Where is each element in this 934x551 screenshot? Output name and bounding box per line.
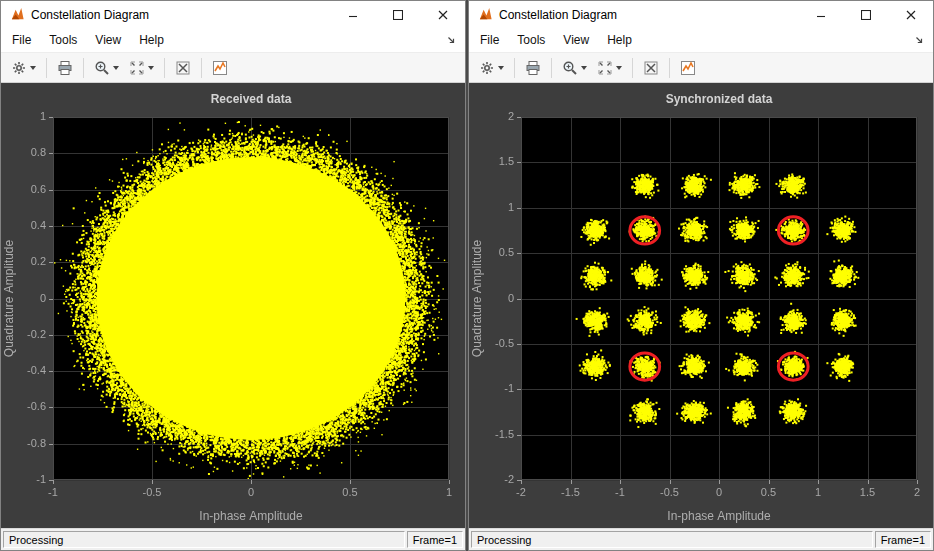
measurements-button[interactable] — [208, 56, 232, 80]
close-button[interactable] — [420, 1, 465, 28]
print-icon — [525, 60, 541, 76]
close-button[interactable] — [888, 1, 933, 28]
chevron-down-icon — [30, 66, 36, 70]
menu-view[interactable]: View — [86, 29, 130, 51]
menu-bar: File Tools View Help — [1, 28, 465, 53]
toolbar — [1, 53, 465, 83]
title-bar[interactable]: Constellation Diagram — [1, 1, 465, 28]
settings-button[interactable] — [475, 56, 508, 80]
scale-axes-icon — [129, 60, 145, 76]
chevron-down-icon — [616, 66, 622, 70]
window-title: Constellation Diagram — [31, 8, 149, 22]
status-message: Processing — [3, 531, 405, 548]
settings-icon — [11, 60, 27, 76]
autoscale-icon — [175, 60, 191, 76]
status-bar: Processing Frame=1 — [1, 528, 465, 550]
window-title: Constellation Diagram — [499, 8, 617, 22]
window-received: Constellation Diagram File Tools View He… — [0, 0, 466, 551]
toolbar-separator — [164, 58, 165, 78]
toolbar-separator — [669, 58, 670, 78]
measurements-button[interactable] — [676, 56, 700, 80]
print-button[interactable] — [53, 56, 77, 80]
plot-area — [469, 83, 933, 528]
toolbar-separator — [551, 58, 552, 78]
toolbar-separator — [46, 58, 47, 78]
matlab-icon — [9, 7, 25, 23]
frame-counter: Frame=1 — [875, 531, 931, 548]
toolbar-separator — [514, 58, 515, 78]
autoscale-button[interactable] — [639, 56, 663, 80]
maximize-icon — [861, 10, 871, 20]
maximize-button[interactable] — [843, 1, 888, 28]
matlab-icon — [477, 7, 493, 23]
close-icon — [906, 10, 916, 20]
zoom-in-icon — [562, 60, 578, 76]
menu-file[interactable]: File — [3, 29, 40, 51]
maximize-button[interactable] — [375, 1, 420, 28]
desktop: Constellation Diagram File Tools View He… — [0, 0, 934, 551]
window-controls — [330, 1, 465, 28]
toolbar-separator — [632, 58, 633, 78]
settings-icon — [479, 60, 495, 76]
scale-axes-button[interactable] — [125, 56, 158, 80]
menu-tools[interactable]: Tools — [508, 29, 554, 51]
autoscale-button[interactable] — [171, 56, 195, 80]
menu-bar: File Tools View Help — [469, 28, 933, 53]
toolbar-separator — [201, 58, 202, 78]
frame-counter: Frame=1 — [407, 531, 463, 548]
menu-view[interactable]: View — [554, 29, 598, 51]
title-bar[interactable]: Constellation Diagram — [469, 1, 933, 28]
window-controls — [798, 1, 933, 28]
dock-arrow-icon[interactable] — [446, 35, 457, 46]
scale-axes-icon — [597, 60, 613, 76]
print-icon — [57, 60, 73, 76]
status-message: Processing — [471, 531, 873, 548]
settings-button[interactable] — [7, 56, 40, 80]
zoom-in-icon — [94, 60, 110, 76]
dock-arrow-icon[interactable] — [914, 35, 925, 46]
minimize-button[interactable] — [798, 1, 843, 28]
autoscale-icon — [643, 60, 659, 76]
minimize-button[interactable] — [330, 1, 375, 28]
measurements-icon — [212, 60, 228, 76]
chevron-down-icon — [113, 66, 119, 70]
chevron-down-icon — [148, 66, 154, 70]
close-icon — [438, 10, 448, 20]
chevron-down-icon — [498, 66, 504, 70]
minimize-icon — [348, 10, 358, 20]
chevron-down-icon — [581, 66, 587, 70]
toolbar-separator — [83, 58, 84, 78]
plot-area — [1, 83, 465, 528]
window-synchronized: Constellation Diagram File Tools View He… — [468, 0, 934, 551]
maximize-icon — [393, 10, 403, 20]
zoom-in-button[interactable] — [90, 56, 123, 80]
received-plot-canvas[interactable] — [1, 83, 465, 528]
print-button[interactable] — [521, 56, 545, 80]
synchronized-plot-canvas[interactable] — [469, 83, 933, 528]
measurements-icon — [680, 60, 696, 76]
zoom-in-button[interactable] — [558, 56, 591, 80]
minimize-icon — [816, 10, 826, 20]
menu-help[interactable]: Help — [598, 29, 641, 51]
menu-file[interactable]: File — [471, 29, 508, 51]
menu-help[interactable]: Help — [130, 29, 173, 51]
scale-axes-button[interactable] — [593, 56, 626, 80]
toolbar — [469, 53, 933, 83]
status-bar: Processing Frame=1 — [469, 528, 933, 550]
menu-tools[interactable]: Tools — [40, 29, 86, 51]
